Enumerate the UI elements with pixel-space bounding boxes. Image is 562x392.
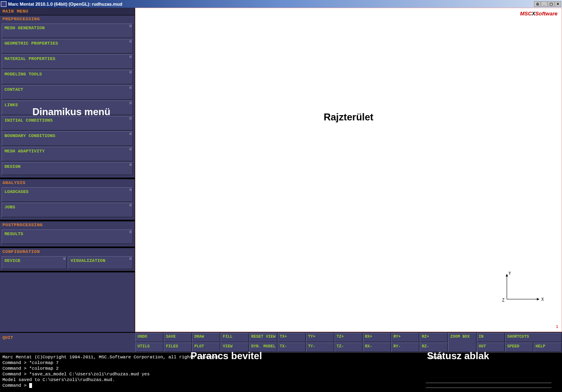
window-title: Marc Mentat 2010.1.0 (64bit) (OpenGL): r… (8, 2, 534, 6)
btn-out[interactable]: OUT (477, 343, 505, 352)
btn-draw[interactable]: DRAW (192, 333, 220, 342)
btn-plot[interactable]: PLOT (192, 343, 220, 352)
menu-loadcases[interactable]: LOADCASES (2, 187, 133, 202)
menu-device[interactable]: DEVICE (2, 256, 67, 269)
btn-rz-plus[interactable]: RZ+ (420, 333, 448, 342)
menu-jobs[interactable]: JOBS (2, 203, 133, 217)
btn-utils[interactable]: UTILS (135, 343, 163, 352)
analysis-header: ANALYSIS (0, 179, 135, 186)
axis-gizmo: X Y Z (499, 271, 547, 309)
btn-help[interactable]: HELP (534, 343, 562, 352)
btn-fill[interactable]: FILL (221, 333, 249, 342)
menu-modeling-tools[interactable]: MODELING TOOLS (2, 70, 133, 84)
minimize-button[interactable]: _ (541, 1, 547, 7)
close-button[interactable]: ✕ (555, 1, 561, 7)
viewport-index: 1 (556, 324, 558, 329)
print-button[interactable]: ⎙ (534, 1, 541, 7)
btn-rz-minus[interactable]: RZ- (420, 343, 448, 352)
status-ready: Ready (429, 355, 442, 360)
btn-tz-minus[interactable]: TZ- (335, 343, 363, 352)
window-titlebar: Marc Mentat 2010.1.0 (64bit) (OpenGL): r… (0, 0, 562, 8)
btn-speed[interactable]: SPEED (505, 343, 533, 352)
menu-material-properties[interactable]: MATERIAL PROPERTIES (2, 54, 133, 69)
btn-rx-minus[interactable]: RX- (363, 343, 391, 352)
menu-links[interactable]: LINKS (2, 101, 133, 115)
menu-contact[interactable]: CONTACT (2, 85, 133, 100)
btn-view[interactable]: VIEW (221, 343, 249, 352)
btn-ry-minus[interactable]: RY- (391, 343, 419, 352)
btn-ty-plus[interactable]: TY+ (306, 333, 334, 342)
menu-design[interactable]: DESIGN (2, 162, 133, 175)
btn-dyn-model[interactable]: DYN. MODEL (249, 343, 277, 352)
cursor-icon (29, 383, 32, 388)
svg-marker-1 (537, 298, 539, 300)
status-divider (426, 383, 551, 383)
main-menu-header: MAIN MENU (0, 8, 135, 15)
menu-boundary-conditions[interactable]: BOUNDARY CONDITIONS (2, 131, 133, 146)
menu-results[interactable]: RESULTS (2, 229, 133, 244)
menu-visualization[interactable]: VISUALIZATION (68, 256, 133, 269)
command-console[interactable]: Marc Mentat (C)Copyright 1994-2011, MSC.… (2, 354, 426, 390)
app-icon (1, 1, 6, 7)
svg-marker-4 (506, 274, 508, 276)
configuration-header: CONFIGURATION (0, 248, 135, 255)
static-menu-bar: QUIT UNDO SAVE DRAW FILL RESET VIEW TX+ … (0, 332, 562, 352)
maximize-button[interactable]: ▢ (548, 1, 554, 7)
btn-ry-plus[interactable]: RY+ (391, 333, 419, 342)
divider (0, 271, 135, 272)
drawing-viewport[interactable]: MSCXSoftware Rajzterület X Y Z 1 (135, 8, 562, 332)
menu-mesh-adaptivity[interactable]: MESH ADAPTIVITY (2, 147, 133, 161)
btn-ty-minus[interactable]: TY- (306, 343, 334, 352)
btn-files[interactable]: FILES (164, 343, 192, 352)
btn-in[interactable]: IN (477, 333, 505, 342)
btn-save[interactable]: SAVE (164, 333, 192, 342)
btn-reset-view[interactable]: RESET VIEW (249, 333, 277, 342)
menu-mesh-generation[interactable]: MESH GENERATION (2, 24, 133, 38)
svg-text:Y: Y (508, 271, 511, 276)
btn-tx-plus[interactable]: TX+ (278, 333, 306, 342)
btn-rx-plus[interactable]: RX+ (363, 333, 391, 342)
btn-zoom-box[interactable]: ZOOM BOX (448, 333, 476, 352)
console-area: Marc Mentat (C)Copyright 1994-2011, MSC.… (0, 352, 562, 392)
menu-geometric-properties[interactable]: GEOMETRIC PROPERTIES (2, 39, 133, 54)
annotation-drawing-area: Rajzterület (324, 111, 373, 123)
quit-button[interactable]: QUIT (0, 332, 135, 343)
msc-software-logo: MSCXSoftware (520, 11, 558, 17)
svg-text:X: X (541, 297, 544, 302)
btn-tx-minus[interactable]: TX- (278, 343, 306, 352)
btn-undo[interactable]: UNDO (135, 333, 163, 342)
preprocessing-header: PREPROCESSING (0, 15, 135, 23)
postprocessing-header: POSTPROCESSING (0, 221, 135, 229)
btn-shortcuts[interactable]: SHORTCUTS (505, 333, 562, 342)
status-divider (426, 388, 551, 388)
btn-tz-plus[interactable]: TZ+ (335, 333, 363, 342)
dynamic-menu-sidebar: MAIN MENU PREPROCESSING MESH GENERATION … (0, 8, 135, 332)
svg-text:Z: Z (502, 298, 504, 302)
status-window: Ready (426, 354, 560, 390)
menu-initial-conditions[interactable]: INITIAL CONDITIONS (2, 116, 133, 131)
